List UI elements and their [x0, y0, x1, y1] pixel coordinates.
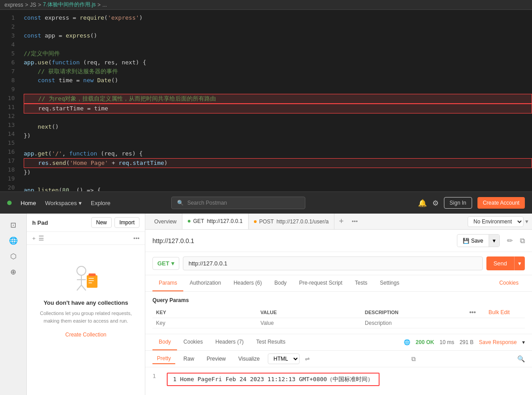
status-badge: 200 OK	[416, 339, 434, 345]
sidebar-item-servers[interactable]: ⬡	[0, 248, 26, 264]
svg-rect-6	[89, 273, 96, 276]
key-column-header: KEY	[152, 307, 257, 318]
sidebar-item-environments[interactable]: 🌐	[0, 233, 26, 248]
top-nav: Home Workspaces ▾ Explore 🔍 Search Postm…	[0, 192, 532, 214]
value-input[interactable]	[261, 320, 358, 326]
nav-workspaces[interactable]: Workspaces ▾	[45, 200, 82, 206]
sidebar-item-collections[interactable]: ⊡	[0, 217, 26, 233]
nav-right: 🔔 ⚙ Sign In Create Account	[418, 197, 525, 209]
key-input[interactable]	[156, 320, 253, 326]
more-tabs-button[interactable]: •••	[348, 218, 362, 225]
env-dropdown[interactable]: No Environment	[468, 216, 524, 227]
method-url-bar: GET ▾ Send ▾	[145, 252, 532, 275]
key-cell	[152, 318, 257, 328]
format-selector[interactable]: HTML	[268, 353, 300, 364]
send-button[interactable]: Send	[486, 256, 514, 270]
search-container: 🔍 Search Postman	[171, 197, 305, 209]
globe-icon: 🌐	[404, 339, 410, 345]
svg-rect-9	[89, 282, 92, 283]
query-params-table: KEY VALUE DESCRIPTION ••• Bulk Edit	[152, 307, 525, 328]
req-tab-prerequest[interactable]: Pre-request Script	[293, 275, 349, 291]
value-cell	[257, 318, 362, 328]
copy-response-button[interactable]: ⧉	[411, 355, 416, 363]
pretty-button[interactable]: Pretty	[152, 353, 175, 364]
req-tab-body[interactable]: Body	[268, 275, 293, 291]
import-button[interactable]: Import	[114, 217, 139, 228]
desc-input[interactable]	[365, 320, 462, 326]
nav-home[interactable]: Home	[21, 200, 36, 206]
filter-icon[interactable]: ☰	[38, 235, 44, 242]
save-button-group: 💾 Save ▾	[457, 234, 500, 247]
response-tabs-bar: Body Cookies Headers (7) Test Results 🌐 …	[145, 334, 532, 351]
environment-selector[interactable]: No Environment ▾	[468, 216, 528, 227]
add-icon[interactable]: +	[32, 235, 36, 242]
value-column-header: VALUE	[257, 307, 362, 318]
response-status: 🌐 200 OK 10 ms 291 B Save Response ▾	[404, 339, 525, 345]
desc-column-header: DESCRIPTION	[361, 307, 466, 318]
copy-icon[interactable]: ⧉	[520, 237, 525, 245]
req-tab-settings[interactable]: Settings	[374, 275, 405, 291]
code-line-10: // 为req对象，挂载自定义属性，从而把时间共享给后面的所有路由	[24, 94, 532, 104]
code-line-2	[24, 22, 532, 31]
send-dropdown-button[interactable]: ▾	[514, 256, 525, 270]
response-section: Body Cookies Headers (7) Test Results 🌐 …	[145, 334, 532, 395]
table-row	[152, 318, 525, 328]
status-dot	[7, 201, 12, 205]
code-editor: express > JS > 7.体验中间件的作用.js > ... 12345…	[0, 0, 532, 192]
more-options-icon[interactable]: •••	[469, 309, 476, 316]
create-collection-button[interactable]: Create Collection	[65, 332, 106, 338]
code-line-13: next()	[24, 122, 532, 131]
resp-tab-cookies[interactable]: Cookies	[177, 334, 209, 350]
chevron-down-icon: ▾	[525, 218, 528, 225]
tabs-bar: Overview GET http://127.0.0.1 POST http:…	[145, 214, 532, 230]
collections-panel: h Pad New Import + ☰ •••	[27, 214, 145, 395]
search-box[interactable]: 🔍 Search Postman	[171, 197, 305, 209]
code-line-20: app.listen(80, () => {	[24, 186, 532, 192]
filter-icon[interactable]: ⇌	[305, 356, 310, 362]
tab-get-request[interactable]: GET http://127.0.0.1	[182, 214, 249, 230]
environments-icon: 🌐	[9, 236, 18, 245]
search-placeholder: Search Postman	[187, 200, 227, 206]
preview-button[interactable]: Preview	[202, 354, 230, 364]
bulk-edit-button[interactable]: Bulk Edit	[489, 309, 510, 315]
save-button[interactable]: 💾 Save	[457, 235, 489, 247]
raw-button[interactable]: Raw	[179, 354, 198, 364]
response-size: 291 B	[460, 339, 473, 345]
req-tab-params[interactable]: Params	[152, 275, 183, 291]
req-tab-tests[interactable]: Tests	[349, 275, 374, 291]
url-input[interactable]	[183, 256, 483, 270]
signin-button[interactable]: Sign In	[444, 197, 472, 209]
request-tabs: Params Authorization Headers (6) Body Pr…	[145, 275, 532, 292]
resp-tab-test-results[interactable]: Test Results	[250, 334, 291, 350]
post-dot	[254, 220, 257, 223]
save-response-button[interactable]: Save Response	[479, 339, 517, 345]
notifications-icon[interactable]: 🔔	[418, 199, 427, 207]
more-options-icon[interactable]: •••	[133, 235, 139, 242]
req-tab-authorization[interactable]: Authorization	[183, 275, 227, 291]
add-tab-button[interactable]: +	[334, 217, 348, 226]
sidebar-item-more[interactable]: ⊕	[0, 264, 26, 280]
code-line-11: req.startTime = time	[24, 104, 532, 113]
new-button[interactable]: New	[91, 217, 112, 228]
save-dropdown-button[interactable]: ▾	[489, 235, 499, 247]
method-selector[interactable]: GET ▾	[152, 257, 179, 270]
code-line-5: //定义中间件	[24, 49, 532, 58]
resp-tab-body[interactable]: Body	[152, 334, 177, 350]
response-controls: Pretty Raw Preview Visualize HTML ⇌ ⧉ 🔍	[145, 351, 532, 367]
search-icon: 🔍	[177, 200, 184, 206]
create-account-button[interactable]: Create Account	[477, 197, 525, 209]
resp-tab-headers[interactable]: Headers (7)	[209, 334, 250, 350]
visualize-button[interactable]: Visualize	[234, 354, 264, 364]
tab-post-request[interactable]: POST http://127.0.0.1/user/a	[249, 214, 334, 230]
url-bar: http://127.0.0.1 💾 Save ▾ ✏ ⧉	[145, 230, 532, 252]
edit-icon[interactable]: ✏	[507, 236, 513, 245]
req-tab-headers[interactable]: Headers (6)	[227, 275, 268, 291]
nav-explore[interactable]: Explore	[91, 200, 110, 206]
svg-rect-5	[87, 275, 97, 288]
req-tab-cookies[interactable]: Cookies	[493, 275, 525, 291]
search-response-button[interactable]: 🔍	[517, 355, 525, 362]
tab-overview[interactable]: Overview	[149, 214, 182, 230]
empty-desc: Collections let you group related reques…	[36, 310, 136, 324]
settings-icon[interactable]: ⚙	[432, 199, 439, 207]
chevron-down-icon[interactable]: ▾	[522, 339, 525, 345]
